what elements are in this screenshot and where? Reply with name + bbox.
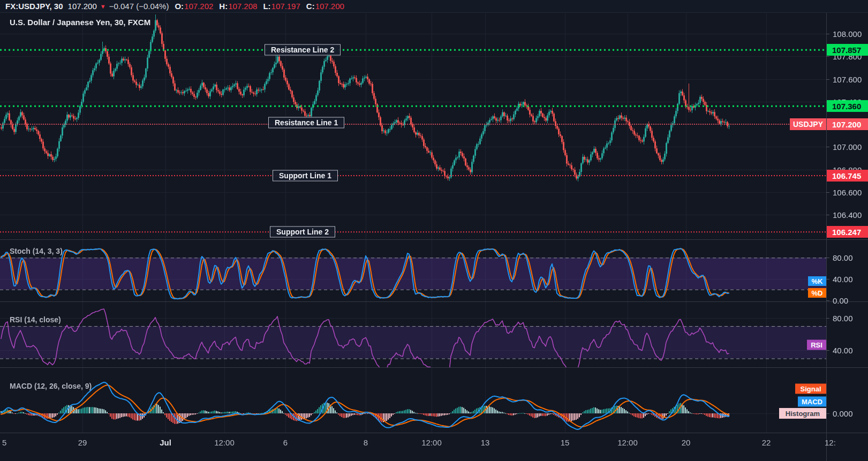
- time-label-15[interactable]: 15: [561, 438, 570, 447]
- macd-tick-0.000: 0.000: [833, 409, 853, 418]
- time-label-8[interactable]: 8: [364, 438, 368, 447]
- macd-badge: MACD: [798, 397, 826, 407]
- chart-title[interactable]: U.S. Dollar / Japanese Yen, 30, FXCM: [10, 18, 150, 27]
- time-label-20[interactable]: 20: [682, 438, 691, 447]
- line-label-support-line-2[interactable]: Support Line 2: [270, 226, 335, 238]
- time-label-13[interactable]: 13: [481, 438, 490, 447]
- line-label-resistance-line-2[interactable]: Resistance Line 2: [265, 44, 341, 56]
- rsi-tick-80.00: 80.00: [833, 314, 853, 323]
- stoch-k-badge: %K: [808, 276, 826, 286]
- stoch-tick-80.00: 80.00: [833, 253, 853, 262]
- time-label-29[interactable]: 29: [78, 438, 87, 447]
- line-label-resistance-line-1[interactable]: Resistance Line 1: [268, 117, 344, 128]
- time-label-Jul[interactable]: Jul: [160, 438, 171, 447]
- price-tick-107.000: 107.000: [833, 142, 862, 152]
- price-badge-106-247[interactable]: 106.247: [827, 226, 868, 238]
- time-label-1200[interactable]: 12:00: [421, 438, 442, 447]
- price-tick-108.000: 108.000: [833, 29, 862, 39]
- price-tick-106.600: 106.600: [833, 187, 862, 197]
- time-label-5[interactable]: 5: [2, 438, 6, 447]
- histogram-badge: Histogram: [779, 408, 826, 419]
- time-label-12[interactable]: 12:: [825, 438, 836, 447]
- price-badge-107-360[interactable]: 107.360: [827, 100, 868, 112]
- stoch-tick-0.00: 0.00: [833, 296, 848, 305]
- trading-chart-app: FX:USDJPY, 30 107.200 ▼ −0.047 (−0.04%) …: [0, 0, 868, 461]
- price-tick-107.600: 107.600: [833, 74, 862, 84]
- stoch-indicator-title[interactable]: Stoch (14, 3, 3): [10, 247, 63, 255]
- macd-indicator-title[interactable]: MACD (12, 26, close, 9): [10, 382, 92, 390]
- chart-overlay: 108.000107.800107.600107.400107.200107.0…: [0, 0, 868, 461]
- time-label-1200[interactable]: 12:00: [214, 438, 235, 447]
- price-badge-107-200[interactable]: 107.200: [827, 118, 868, 130]
- symbol-price-badge: USDJPY: [790, 118, 826, 130]
- rsi-indicator-title[interactable]: RSI (14, close): [10, 315, 61, 324]
- line-label-support-line-1[interactable]: Support Line 1: [273, 170, 338, 182]
- price-badge-106-745[interactable]: 106.745: [827, 170, 868, 182]
- rsi-badge: RSI: [807, 340, 826, 350]
- price-badge-107-857[interactable]: 107.857: [827, 44, 868, 56]
- time-label-6[interactable]: 6: [283, 438, 288, 447]
- time-label-1200[interactable]: 12:00: [617, 438, 638, 447]
- stoch-tick-40.00: 40.00: [833, 274, 853, 283]
- signal-badge: Signal: [795, 384, 826, 394]
- price-tick-106.400: 106.400: [833, 210, 862, 220]
- stoch-d-badge: %D: [808, 288, 826, 298]
- time-label-22[interactable]: 22: [762, 438, 771, 447]
- rsi-tick-40.00: 40.00: [833, 346, 853, 355]
